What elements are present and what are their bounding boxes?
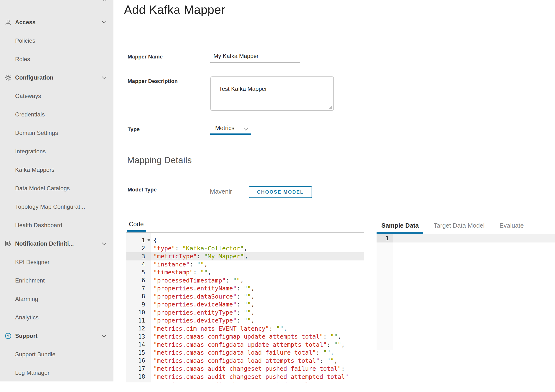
code-line-number: 17 — [126, 365, 151, 373]
sidebar-item-policies[interactable]: Policies — [0, 31, 113, 50]
sidebar-item-data-model-catalogs[interactable]: Data Model Catalogs — [0, 179, 113, 197]
sidebar-item-label: Support Bundle — [15, 351, 55, 358]
sidebar-item-label: Log Manager — [15, 370, 50, 376]
sidebar-item-enrichment[interactable]: Enrichment — [0, 271, 113, 290]
chevron-down-icon — [101, 333, 107, 339]
code-line-content: "properties.dataSource": "", — [151, 292, 364, 301]
code-line-number: 9 — [126, 300, 151, 309]
sample-panel-tabs: Sample Data Target Data Model Evaluate — [381, 222, 524, 229]
sample-tab-active-underline — [377, 232, 423, 234]
tab-sample-data[interactable]: Sample Data — [381, 222, 419, 229]
notes-edit-icon — [5, 240, 12, 247]
sidebar-item-label: Integrations — [15, 148, 46, 155]
sample-editor-line — [393, 234, 555, 242]
sidebar-item-kpi-designer[interactable]: KPI Designer — [0, 253, 113, 271]
sidebar-item-analytics[interactable]: Analytics — [0, 308, 113, 327]
code-line-content: "metrics.cmaas_audit_changeset_pushed_to… — [151, 381, 364, 382]
sidebar-item-health-dashboard[interactable]: Health Dashboard — [0, 216, 113, 234]
code-line-18: 18 "metrics.cmaas_audit_changeset_pushed… — [126, 373, 364, 381]
code-line-number: 10 — [126, 309, 151, 317]
sidebar-item-label: Health Dashboard — [15, 222, 62, 228]
model-type-value: Mavenir — [210, 188, 232, 195]
code-line-7: 7 "properties.entityName": "", — [126, 285, 364, 292]
chevron-down-icon — [101, 241, 107, 247]
sample-editor-gutter — [377, 242, 393, 350]
chevron-up-icon — [103, 0, 107, 2]
sidebar-item-label: Kafka Mappers — [15, 166, 54, 173]
svg-text:?: ? — [7, 334, 9, 338]
fold-caret-icon[interactable] — [147, 239, 150, 241]
sample-data-editor[interactable]: 1 — [377, 234, 555, 350]
choose-model-button[interactable]: CHOOSE MODEL — [249, 186, 312, 198]
code-editor[interactable]: 1{2 "type": "Kafka-Collector",3 "metricT… — [126, 233, 364, 382]
sidebar-item-label: Support — [15, 333, 37, 339]
code-line-content: "metrics.cim_nats_EVENT_latency": "", — [151, 325, 364, 333]
sidebar-item-access[interactable]: Access — [0, 13, 113, 31]
sidebar-item-label: Notification Definiti... — [15, 240, 74, 247]
code-line-number: 11 — [126, 317, 151, 325]
sidebar-item-domain-settings[interactable]: Domain Settings — [0, 124, 113, 142]
code-line-8: 8 "properties.dataSource": "", — [126, 292, 364, 301]
sidebar-item-label: Data Model Catalogs — [15, 185, 70, 192]
sidebar-item-gateways[interactable]: Gateways — [0, 87, 113, 105]
code-line-content: "properties.entityName": "", — [151, 285, 364, 292]
sidebar-item-notification-definiti[interactable]: Notification Definiti... — [0, 234, 113, 253]
code-line-number: 3 — [126, 252, 151, 260]
sidebar-item-topology-map-configurat[interactable]: Topology Map Configurat... — [0, 197, 113, 216]
mapper-description-value: Test Kafka Mapper — [219, 86, 267, 92]
code-line-5: 5 "timestamp": "", — [126, 268, 364, 277]
code-line-number: 7 — [126, 285, 151, 292]
sidebar-item-label: Domain Settings — [15, 130, 58, 136]
sidebar-item-roles[interactable]: Roles — [0, 50, 113, 68]
code-line-number: 19 — [126, 381, 151, 382]
code-line-number: 5 — [126, 268, 151, 277]
code-line-number: 4 — [126, 260, 151, 269]
code-line-13: 13 "metrics.cmaas_configmap_update_attem… — [126, 333, 364, 341]
gear-icon — [5, 74, 12, 81]
sidebar-item-support-bundle[interactable]: Support Bundle — [0, 345, 113, 363]
sidebar-item-support[interactable]: ?Support — [0, 327, 113, 345]
code-line-number: 16 — [126, 357, 151, 365]
tab-code[interactable]: Code — [129, 221, 144, 228]
code-line-10: 10 "properties.entityType": "", — [126, 309, 364, 317]
sidebar-item-integrations[interactable]: Integrations — [0, 142, 113, 161]
sidebar-item-credentials[interactable]: Credentials — [0, 105, 113, 124]
code-line-6: 6 "processedTimestamp": "", — [126, 277, 364, 285]
type-select[interactable]: Metrics — [210, 124, 252, 135]
code-line-content: "metrics.cmaas_configdata_load_failure_t… — [151, 349, 364, 357]
sample-line-number: 1 — [377, 234, 393, 242]
sidebar-item-kafka-mappers[interactable]: Kafka Mappers — [0, 161, 113, 179]
code-line-17: 17 "metrics.cmaas_audit_changeset_pushed… — [126, 365, 364, 373]
code-line-15: 15 "metrics.cmaas_configdata_load_failur… — [126, 349, 364, 357]
code-line-content: "properties.deviceType": "", — [151, 317, 364, 325]
sidebar-item-alarming[interactable]: Alarming — [0, 290, 113, 308]
code-editor-lines: 1{2 "type": "Kafka-Collector",3 "metricT… — [126, 236, 364, 382]
sidebar-item-label: Access — [15, 19, 36, 26]
code-line-number: 15 — [126, 349, 151, 357]
mapper-description-textarea[interactable]: Test Kafka Mapper — [210, 76, 334, 111]
sidebar-item-label: Topology Map Configurat... — [15, 203, 85, 210]
code-line-content: "properties.deviceName": "", — [151, 300, 364, 309]
sidebar-item-label: Gateways — [15, 93, 41, 100]
code-line-content: "timestamp": "", — [151, 268, 364, 277]
sidebar-item-configuration[interactable]: Configuration — [0, 68, 113, 87]
code-line-12: 12 "metrics.cim_nats_EVENT_latency": "", — [126, 325, 364, 333]
code-line-2: 2 "type": "Kafka-Collector", — [126, 244, 364, 253]
code-line-content: "properties.entityType": "", — [151, 309, 364, 317]
mapper-name-input[interactable]: My Kafka Mapper — [213, 53, 259, 59]
chevron-down-icon — [101, 19, 107, 25]
code-line-number: 12 — [126, 325, 151, 333]
chevron-down-icon — [101, 75, 107, 81]
sidebar-item-log-manager[interactable]: Log Manager — [0, 363, 113, 382]
tab-target-data-model[interactable]: Target Data Model — [434, 222, 484, 229]
code-line-19: 19 "metrics.cmaas_audit_changeset_pushed… — [126, 381, 364, 382]
tab-evaluate[interactable]: Evaluate — [500, 222, 524, 229]
code-line-number: 8 — [126, 292, 151, 301]
sidebar-item-label: Enrichment — [15, 277, 45, 284]
code-line-number: 2 — [126, 244, 151, 253]
type-label: Type — [128, 126, 140, 133]
mapper-description-label: Mapper Description — [128, 78, 178, 84]
sidebar-nav: AccessPoliciesRolesConfigurationGateways… — [0, 13, 113, 382]
code-line-content: "metrics.cmaas_configmap_update_attempts… — [151, 333, 364, 341]
type-select-underline — [210, 134, 251, 135]
